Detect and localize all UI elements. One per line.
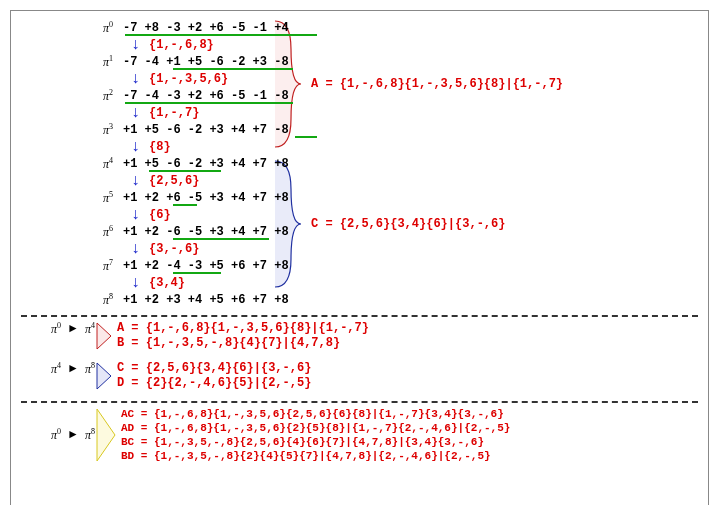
down-arrow-icon: ↓ [131, 175, 145, 187]
pi-label-2: π2 [81, 88, 113, 104]
set-AD: AD = {1,-,6,8}{1,-,3,5,6}{2}{5}{8}|{1,-,… [121, 421, 510, 435]
perm-8: +1 +2 +3 +4 +5 +6 +7 +8 [123, 293, 289, 307]
step-3: ↓{8} [131, 139, 698, 155]
sequence-section: A = {1,-,6,8}{1,-,3,5,6}{8}|{1,-,7} C = … [21, 19, 698, 309]
step-set-0: {1,-,6,8} [149, 38, 214, 52]
down-arrow-icon: ↓ [131, 73, 145, 85]
set-BC: BC = {1,-,3,5,-,8}{2,5,6}{4}{6}{7}|{4,7,… [121, 435, 510, 449]
path-pi0-pi4: π0 ► π4 A = {1,-,6,8}{1,-,3,5,6}{8}|{1,-… [51, 321, 698, 351]
step-set-4: {2,5,6} [149, 174, 199, 188]
wedge-yellow-icon [95, 407, 117, 463]
play-icon: ► [67, 321, 79, 336]
pi-label-6: π6 [81, 224, 113, 240]
combined-section: π0 ► π8 AC = {1,-,6,8}{1,-,3,5,6}{2,5,6}… [21, 407, 698, 463]
path-pi0-pi8: π0 ► π8 AC = {1,-,6,8}{1,-,3,5,6}{2,5,6}… [51, 407, 698, 463]
wedge-blue-icon [95, 361, 113, 391]
divider-2 [21, 401, 698, 403]
set-AC: AC = {1,-,6,8}{1,-,3,5,6}{2,5,6}{6}{8}|{… [121, 407, 510, 421]
pi0-inline2: π0 [51, 427, 61, 443]
perm-row-4: π4 +1 +5 -6 -2 +3 +4 +7 +8 [81, 155, 698, 173]
pi-label-7: π7 [81, 258, 113, 274]
step-4: ↓{2,5,6} [131, 173, 698, 189]
perm-6: +1 +2 -6 -5 +3 +4 +7 +8 [123, 225, 289, 239]
step-set-5: {6} [149, 208, 171, 222]
down-arrow-icon: ↓ [131, 243, 145, 255]
perm-4: +1 +5 -6 -2 +3 +4 +7 +8 [123, 157, 289, 171]
wedge-red-icon [95, 321, 113, 351]
step-set-7: {3,4} [149, 276, 185, 290]
step-set-6: {3,-,6} [149, 242, 199, 256]
set-C: C = {2,5,6}{3,4}{6}|{3,-,6} [117, 361, 311, 376]
perm-row-7: π7 +1 +2 -4 -3 +5 +6 +7 +8 [81, 257, 698, 275]
pi8-inline: π8 [85, 361, 95, 377]
divider-1 [21, 315, 698, 317]
perm-row-8: π8 +1 +2 +3 +4 +5 +6 +7 +8 [81, 291, 698, 309]
perm-row-2: π2 -7 -4 -3 +2 +6 -5 -1 -8 [81, 87, 698, 105]
pi8-inline2: π8 [85, 427, 95, 443]
paths-section: π0 ► π4 A = {1,-,6,8}{1,-,3,5,6}{8}|{1,-… [21, 321, 698, 391]
pi-label-8: π8 [81, 292, 113, 308]
pi-label-0: π0 [81, 20, 113, 36]
pi-label-1: π1 [81, 54, 113, 70]
perm-3: +1 +5 -6 -2 +3 +4 +7 -8 [123, 123, 289, 137]
perm-5: +1 +2 +6 -5 +3 +4 +7 +8 [123, 191, 289, 205]
perm-7: +1 +2 -4 -3 +5 +6 +7 +8 [123, 259, 289, 273]
down-arrow-icon: ↓ [131, 141, 145, 153]
pi0-inline: π0 [51, 321, 61, 337]
perm-0: -7 +8 -3 +2 +6 -5 -1 +4 [123, 21, 289, 35]
pi4-inline: π4 [85, 321, 95, 337]
down-arrow-icon: ↓ [131, 107, 145, 119]
step-0: ↓{1,-,6,8} [131, 37, 698, 53]
perm-1: -7 -4 +1 +5 -6 -2 +3 -8 [123, 55, 289, 69]
set-A: A = {1,-,6,8}{1,-,3,5,6}{8}|{1,-,7} [117, 321, 369, 336]
set-B: B = {1,-,3,5,-,8}{4}{7}|{4,7,8} [117, 336, 369, 351]
perm-row-6: π6 +1 +2 -6 -5 +3 +4 +7 +8 [81, 223, 698, 241]
pi-label-3: π3 [81, 122, 113, 138]
perm-row-1: π1 -7 -4 +1 +5 -6 -2 +3 -8 [81, 53, 698, 71]
pi-label-5: π5 [81, 190, 113, 206]
set-BD: BD = {1,-,3,5,-,8}{2}{4}{5}{7}|{4,7,8}|{… [121, 449, 510, 463]
step-set-2: {1,-,7} [149, 106, 199, 120]
step-set-3: {8} [149, 140, 171, 154]
pi4-inline2: π4 [51, 361, 61, 377]
step-6: ↓{3,-,6} [131, 241, 698, 257]
down-arrow-icon: ↓ [131, 209, 145, 221]
down-arrow-icon: ↓ [131, 39, 145, 51]
set-D: D = {2}{2,-,4,6}{5}|{2,-,5} [117, 376, 311, 391]
play-icon: ► [67, 427, 79, 442]
step-2: ↓{1,-,7} [131, 105, 698, 121]
perm-2: -7 -4 -3 +2 +6 -5 -1 -8 [123, 89, 289, 103]
path-pi4-pi8: π4 ► π8 C = {2,5,6}{3,4}{6}|{3,-,6} D = … [51, 361, 698, 391]
step-7: ↓{3,4} [131, 275, 698, 291]
down-arrow-icon: ↓ [131, 277, 145, 289]
perm-row-5: π5 +1 +2 +6 -5 +3 +4 +7 +8 [81, 189, 698, 207]
step-set-1: {1,-,3,5,6} [149, 72, 228, 86]
play-icon: ► [67, 361, 79, 376]
perm-row-3: π3 +1 +5 -6 -2 +3 +4 +7 -8 [81, 121, 698, 139]
pi-label-4: π4 [81, 156, 113, 172]
perm-row-0: π0 -7 +8 -3 +2 +6 -5 -1 +4 [81, 19, 698, 37]
diagram-frame: A = {1,-,6,8}{1,-,3,5,6}{8}|{1,-,7} C = … [10, 10, 709, 505]
